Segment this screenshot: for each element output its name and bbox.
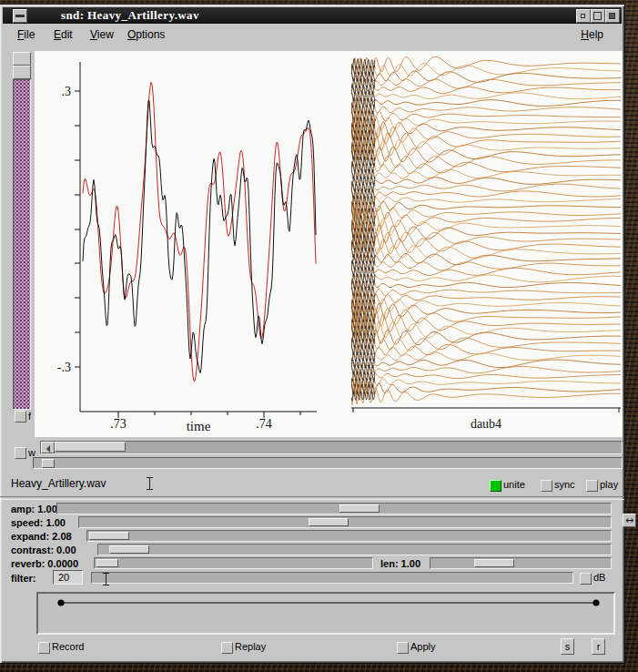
filter-order-input[interactable] bbox=[53, 570, 83, 585]
horizontal-scrollbar-thumb[interactable] bbox=[55, 442, 126, 452]
minimize-icon[interactable] bbox=[576, 9, 591, 23]
waveform-axes bbox=[75, 62, 317, 418]
envelope-point-right[interactable] bbox=[592, 599, 599, 606]
y-min-label: -.3 bbox=[57, 361, 71, 374]
left-triangle-icon bbox=[43, 445, 50, 453]
menu-view[interactable]: View bbox=[86, 27, 117, 42]
amp-label: amp: 1.00 bbox=[11, 504, 57, 514]
menu-help-mnemonic: H bbox=[581, 28, 589, 41]
db-checkbox[interactable] bbox=[580, 573, 592, 585]
f-label: f bbox=[28, 411, 31, 422]
wavelet-axis bbox=[351, 408, 621, 412]
amp-slider-thumb[interactable] bbox=[339, 504, 380, 513]
play-label: play bbox=[600, 479, 618, 490]
desktop-background: { "window": { "title": "snd: Heavy_Artil… bbox=[0, 0, 638, 672]
envelope-point-left[interactable] bbox=[57, 599, 64, 606]
graph-display[interactable]: .3 -.3 .73 .74 time daub4 bbox=[35, 51, 623, 437]
w-checkbox[interactable] bbox=[15, 447, 26, 459]
window-title: snd: Heavy_Artillery.wav bbox=[61, 8, 199, 23]
y-max-label: .3 bbox=[62, 85, 72, 98]
reverb-len-slider-thumb[interactable] bbox=[474, 559, 514, 567]
reverb-label: reverb: 0.0000 bbox=[11, 558, 78, 569]
f-checkbox[interactable] bbox=[15, 411, 26, 423]
wavelet-label: daub4 bbox=[471, 417, 501, 431]
db-label: dB bbox=[593, 572, 605, 583]
scroll-left-arrow-icon[interactable] bbox=[41, 442, 55, 453]
contrast-slider-thumb[interactable] bbox=[109, 545, 149, 554]
menu-view-mnemonic: V bbox=[90, 28, 97, 41]
menu-view-rest: iew bbox=[97, 28, 114, 41]
speed-slider-thumb[interactable] bbox=[309, 518, 349, 526]
apply-checkbox[interactable] bbox=[397, 642, 409, 654]
contrast-label: contrast: 0.00 bbox=[11, 545, 76, 555]
envelope-graph bbox=[38, 594, 613, 633]
x-tick2-label: .74 bbox=[256, 417, 272, 431]
sash-handle[interactable] bbox=[42, 459, 55, 468]
vertical-zoom-scrollbar[interactable] bbox=[13, 79, 31, 410]
expand-controls-arrow-icon[interactable]: ↔ bbox=[623, 514, 636, 527]
expand-slider[interactable] bbox=[86, 530, 612, 542]
pane-sash[interactable] bbox=[33, 457, 623, 469]
text-cursor-icon bbox=[147, 477, 153, 490]
menu-edit-mnemonic: E bbox=[54, 28, 61, 41]
revert-button[interactable]: r bbox=[592, 638, 605, 655]
expand-slider-thumb[interactable] bbox=[89, 532, 129, 540]
graph-panel: .3 -.3 .73 .74 time daub4 bbox=[35, 51, 623, 437]
x-axis-label: time bbox=[187, 419, 211, 433]
replay-label: Replay bbox=[235, 641, 266, 652]
close-icon[interactable] bbox=[605, 9, 620, 23]
expand-label: expand: 2.08 bbox=[11, 531, 72, 542]
speed-slider[interactable] bbox=[78, 516, 612, 528]
contrast-slider[interactable] bbox=[97, 544, 612, 555]
window-menu-icon[interactable] bbox=[13, 9, 27, 23]
y-zoom-box-top[interactable] bbox=[13, 52, 31, 66]
x-tick1-label: .73 bbox=[110, 417, 127, 431]
menu-edit[interactable]: Edit bbox=[50, 27, 76, 42]
filter-label: filter: bbox=[11, 573, 36, 584]
replay-checkbox[interactable] bbox=[221, 642, 233, 654]
reverb-slider-thumb[interactable] bbox=[96, 559, 118, 567]
filter-field-cursor-icon bbox=[103, 573, 109, 585]
apply-label: Apply bbox=[410, 641, 436, 652]
waveform-plot bbox=[83, 82, 316, 381]
snd-window: snd: Heavy_Artillery.wav File Edit View … bbox=[0, 5, 624, 663]
unite-label: unite bbox=[503, 479, 525, 490]
y-zoom-box-bottom[interactable] bbox=[13, 66, 31, 79]
menu-help-rest: elp bbox=[589, 28, 603, 41]
maximize-icon[interactable] bbox=[591, 9, 605, 23]
unite-checkbox[interactable] bbox=[490, 480, 501, 492]
reverb-len-slider[interactable] bbox=[430, 557, 612, 569]
save-button[interactable]: s bbox=[561, 638, 574, 655]
filter-envelope-field[interactable] bbox=[91, 572, 573, 584]
menu-options[interactable]: Options bbox=[124, 27, 168, 42]
record-label: Record bbox=[52, 641, 84, 652]
menu-file-rest: ile bbox=[24, 28, 35, 41]
reverb-len-label: len: 1.00 bbox=[380, 558, 420, 569]
menu-options-mnemonic: O bbox=[127, 28, 136, 41]
sync-label: sync bbox=[554, 479, 575, 490]
sync-checkbox[interactable] bbox=[541, 480, 552, 492]
sound-name-label: Heavy_Artillery.wav bbox=[11, 477, 106, 490]
filter-envelope-editor[interactable] bbox=[36, 592, 615, 635]
speed-label: speed: 1.00 bbox=[11, 517, 66, 528]
record-checkbox[interactable] bbox=[38, 642, 50, 654]
title-bar[interactable]: snd: Heavy_Artillery.wav bbox=[3, 7, 622, 24]
name-row-divider bbox=[0, 496, 624, 500]
play-checkbox[interactable] bbox=[586, 480, 598, 492]
menu-file[interactable]: File bbox=[14, 27, 38, 42]
wavelet-plot bbox=[351, 56, 621, 404]
horizontal-scrollbar[interactable] bbox=[40, 441, 623, 454]
amp-slider[interactable] bbox=[56, 503, 612, 514]
menu-bar: File Edit View Options Help bbox=[3, 24, 622, 45]
reverb-slider[interactable] bbox=[94, 557, 373, 569]
menu-options-rest: ptions bbox=[136, 28, 165, 41]
menu-edit-rest: dit bbox=[61, 28, 73, 41]
menu-help[interactable]: Help bbox=[577, 27, 607, 42]
